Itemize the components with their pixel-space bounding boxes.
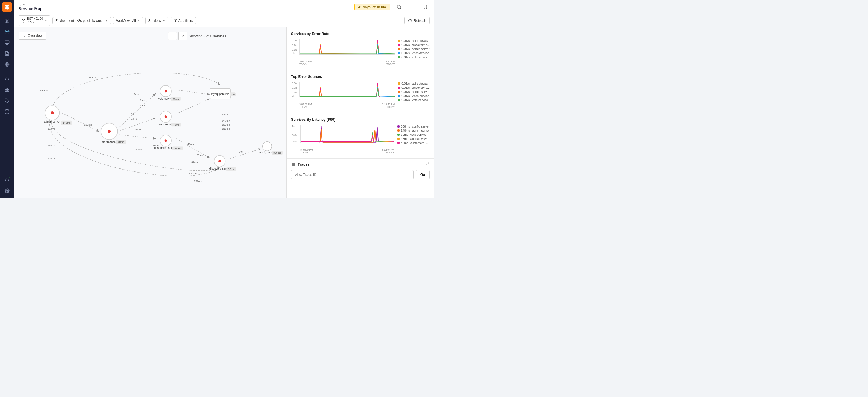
services-filter[interactable]: Services ▼ (145, 17, 168, 24)
svg-point-91 (262, 142, 272, 151)
error-rate-section: Services by Error Rate 0.3/s 0.2/s 0.1/s… (287, 27, 434, 70)
sidebar-item-alerts[interactable] (2, 74, 12, 84)
sidebar (0, 0, 14, 199)
svg-rect-10 (8, 90, 9, 92)
time-filter-chevron: ▼ (44, 19, 47, 22)
svg-text:48ms: 48ms (175, 147, 181, 150)
env-filter-chevron: ▼ (105, 19, 108, 22)
map-settings-button[interactable] (168, 32, 177, 40)
top-error-legend: 0.01/sapi-gateway 0.01/sdiscovery-s... 0… (398, 82, 430, 108)
svg-rect-1 (5, 41, 9, 44)
svg-point-14 (6, 190, 8, 192)
app-name: APM (19, 3, 43, 6)
svg-text:37ms: 37ms (228, 168, 235, 171)
services-filter-chevron: ▼ (163, 19, 165, 22)
svg-text:48ms: 48ms (135, 148, 142, 151)
bookmark-icon[interactable] (421, 3, 430, 11)
sidebar-item-apm[interactable] (2, 27, 12, 37)
svg-line-16 (400, 8, 401, 9)
splunk-logo[interactable] (2, 2, 12, 12)
svg-text:160ms: 160ms (48, 127, 55, 130)
svg-text:2ms: 2ms (140, 104, 145, 107)
svg-text:222ms: 222ms (222, 119, 230, 122)
svg-text:160ms: 160ms (48, 144, 55, 147)
svg-text:366ms: 366ms (273, 151, 281, 154)
refresh-label: Refresh (413, 19, 426, 23)
sidebar-item-settings[interactable] (2, 186, 12, 196)
search-icon[interactable] (395, 3, 403, 11)
sidebar-item-tags[interactable] (2, 96, 12, 106)
refresh-button[interactable]: Refresh (404, 17, 430, 24)
top-error-section: Top Error Sources 0.3/s 0.2/s 0.1/s 0s (287, 70, 434, 113)
sidebar-item-dashboards[interactable] (2, 85, 12, 95)
svg-text:160ms→: 160ms→ (84, 123, 95, 126)
right-panel: Services by Error Rate 0.3/s 0.2/s 0.1/s… (286, 27, 434, 199)
sidebar-item-notifications[interactable] (2, 175, 12, 185)
svg-text:507: 507 (239, 150, 243, 153)
svg-text:2ms: 2ms (231, 93, 235, 96)
svg-point-0 (6, 31, 8, 32)
svg-point-78 (164, 139, 167, 142)
latency-title: Services By Latency (P90) (291, 118, 430, 122)
add-filters-button[interactable]: Add filters (170, 17, 196, 24)
svg-text:70ms: 70ms (173, 97, 179, 100)
sidebar-divider-1 (3, 71, 11, 72)
sidebar-item-synthetics[interactable] (2, 60, 12, 69)
svg-point-83 (218, 160, 221, 162)
map-expand-button[interactable] (179, 32, 187, 40)
time-filter-label: BST +01:00-15m (27, 17, 43, 24)
svg-text:120ms: 120ms (189, 172, 196, 175)
overview-label: Overview (28, 34, 42, 38)
svg-text:29ms: 29ms (131, 117, 137, 120)
svg-marker-20 (174, 20, 177, 22)
svg-point-68 (164, 90, 167, 92)
svg-text:160ms: 160ms (48, 157, 55, 160)
svg-point-63 (108, 130, 111, 133)
trace-go-button[interactable]: Go (416, 170, 430, 179)
svg-point-15 (397, 5, 400, 8)
svg-text:153ms: 153ms (40, 89, 48, 92)
svg-text:mysql:petclinic: mysql:petclinic (211, 93, 229, 96)
filter-bar: BST +01:00-15m ▼ Environment : k8s-petcl… (14, 14, 434, 27)
traces-icon (291, 162, 296, 167)
svg-point-13 (5, 110, 9, 111)
error-rate-legend: 0.01/sapi-gateway 0.01/sdiscovery-s... 0… (398, 39, 430, 66)
latency-legend: 366msconfig-server 146msadmin-server 70m… (397, 125, 430, 154)
traces-section: Traces Go (287, 159, 434, 183)
services-filter-label: Services (148, 19, 161, 23)
top-error-title: Top Error Sources (291, 74, 430, 79)
trial-badge: 41 days left in trial (354, 4, 390, 10)
add-icon[interactable] (408, 3, 416, 11)
workflow-filter-chevron: ▼ (137, 19, 140, 22)
svg-text:143ms: 143ms (89, 76, 96, 79)
time-filter[interactable]: BST +01:00-15m ▼ (19, 15, 50, 26)
svg-text:1ms: 1ms (140, 99, 145, 102)
svg-text:46ms: 46ms (187, 142, 194, 145)
svg-text:3ms: 3ms (134, 93, 138, 96)
svg-point-73 (164, 115, 167, 118)
svg-line-98 (428, 162, 429, 164)
workflow-filter[interactable]: Workflow : All ▼ (113, 17, 143, 24)
svg-text:46ms: 46ms (173, 123, 179, 126)
svg-rect-9 (8, 88, 9, 89)
traces-expand-button[interactable] (426, 162, 430, 167)
svg-text:34ms: 34ms (191, 161, 197, 164)
svg-text:48ms: 48ms (135, 128, 141, 131)
svg-text:48ms: 48ms (118, 140, 124, 143)
svg-text:admin-server: admin-server (44, 120, 61, 123)
overview-button[interactable]: Overview (19, 32, 46, 40)
sidebar-item-logs[interactable] (2, 48, 12, 59)
sidebar-item-data-management[interactable] (2, 107, 12, 117)
svg-text:89ms: 89ms (131, 112, 137, 115)
environment-filter[interactable]: Environment : k8s-petclinic-wor... ▼ (53, 17, 111, 24)
sidebar-item-home[interactable] (2, 16, 12, 26)
latency-section: Services By Latency (P90) 1s 500ms 0ms (287, 113, 434, 159)
trace-input-row: Go (291, 170, 430, 179)
sidebar-divider-2 (3, 172, 11, 173)
top-bar: APM Service Map 41 days left in trial (14, 0, 434, 14)
view-trace-input[interactable] (291, 170, 413, 179)
showing-label: Showing 8 of 8 services (189, 34, 226, 38)
svg-text:233ms: 233ms (222, 123, 230, 126)
traces-title: Traces (298, 162, 310, 167)
sidebar-item-infrastructure[interactable] (2, 38, 12, 47)
